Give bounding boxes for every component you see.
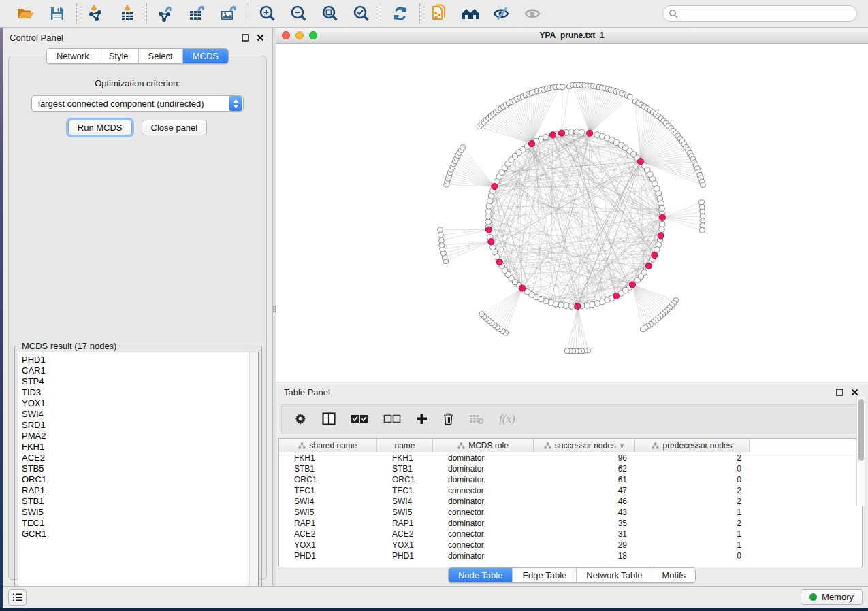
save-session-button[interactable] [47, 3, 67, 24]
mcds-result-item[interactable]: RAP1 [22, 485, 249, 496]
float-table-panel-icon[interactable] [834, 386, 845, 397]
import-table-button[interactable] [117, 3, 138, 24]
tab-edge-table[interactable]: Edge Table [512, 568, 576, 582]
graph-hub-node[interactable] [496, 259, 502, 265]
graph-hub-node[interactable] [613, 293, 619, 299]
run-mcds-button[interactable]: Run MCDS [68, 120, 132, 135]
mcds-result-item[interactable]: TEC1 [22, 518, 249, 529]
apply-layout-button[interactable] [390, 3, 411, 24]
graph-node[interactable] [659, 227, 665, 233]
mcds-result-item[interactable]: CAR1 [22, 365, 249, 376]
graph-node[interactable] [438, 227, 443, 233]
copy-network-button[interactable] [429, 3, 449, 24]
minimize-window-icon[interactable] [295, 31, 304, 39]
open-file-button[interactable] [16, 3, 36, 24]
table-row[interactable]: SWI5SWI5connector431 [279, 507, 862, 518]
graph-node[interactable] [640, 327, 645, 332]
graph-node[interactable] [564, 348, 570, 354]
tab-select[interactable]: Select [138, 49, 182, 63]
graph-node[interactable] [479, 312, 485, 317]
show-columns-button[interactable] [322, 412, 336, 425]
table-scrollbar[interactable] [856, 397, 865, 506]
tab-style[interactable]: Style [99, 49, 138, 63]
graph-node[interactable] [699, 227, 705, 233]
network-canvas[interactable] [276, 44, 868, 382]
tab-node-table[interactable]: Node Table [449, 568, 513, 582]
select-all-button[interactable] [351, 414, 368, 424]
table-row[interactable]: ACE2ACE2connector311 [279, 529, 862, 540]
mcds-result-item[interactable]: SWI5 [22, 507, 249, 518]
mcds-result-item[interactable]: FKH1 [22, 442, 249, 452]
close-panel-icon[interactable] [255, 32, 266, 43]
optimization-criterion-select[interactable]: largest connected component (undirected) [31, 95, 244, 112]
mcds-result-item[interactable]: SRD1 [22, 420, 249, 431]
mcds-result-item[interactable]: TID3 [22, 387, 249, 398]
tab-motifs[interactable]: Motifs [652, 568, 695, 582]
tab-network[interactable]: Network [47, 49, 99, 63]
graph-node[interactable] [439, 242, 445, 248]
mcds-result-item[interactable]: PMA2 [22, 431, 249, 442]
graph-hub-node[interactable] [558, 130, 564, 136]
close-table-panel-icon[interactable] [849, 386, 860, 397]
graph-hub-node[interactable] [659, 214, 665, 220]
tab-network-table[interactable]: Network Table [576, 568, 652, 582]
mcds-result-item[interactable]: ORC1 [22, 474, 249, 485]
graph-node[interactable] [560, 84, 565, 90]
column-header-successor-nodes[interactable]: successor nodes∨ [534, 439, 635, 452]
graph-node[interactable] [543, 134, 549, 140]
import-network-button[interactable] [86, 3, 106, 24]
table-row[interactable]: ORC1ORC1dominator610 [279, 474, 862, 485]
mcds-result-item[interactable]: PHD1 [22, 354, 249, 365]
table-row[interactable]: STB1STB1dominator620 [279, 463, 862, 474]
graph-hub-node[interactable] [519, 285, 525, 291]
column-header-predecessor-nodes[interactable]: predecessor nodes [635, 439, 750, 452]
close-panel-button[interactable]: Close panel [142, 120, 208, 135]
export-network-button[interactable] [156, 3, 176, 24]
zoom-out-button[interactable] [289, 3, 309, 24]
graph-node[interactable] [438, 232, 443, 237]
graph-node[interactable] [700, 182, 705, 188]
hide-panel-button[interactable] [492, 3, 512, 24]
search-field[interactable] [662, 5, 857, 22]
mcds-result-item[interactable]: STP4 [22, 376, 249, 387]
graph-node[interactable] [460, 145, 466, 150]
mcds-result-item[interactable]: STB5 [22, 463, 249, 474]
mcds-result-item[interactable]: SWI4 [22, 409, 249, 420]
graph-hub-node[interactable] [528, 141, 534, 147]
graph-hub-node[interactable] [492, 183, 498, 189]
scrollbar-thumb[interactable] [858, 399, 864, 461]
column-header-MCDS-role[interactable]: MCDS role [433, 439, 534, 452]
zoom-selected-button[interactable] [351, 3, 372, 24]
table-options-button[interactable] [294, 412, 307, 425]
task-history-button[interactable] [8, 589, 27, 606]
graph-hub-node[interactable] [488, 239, 494, 245]
table-row[interactable]: SWI4SWI4dominator462 [279, 496, 862, 507]
function-builder-button[interactable]: f(x) [499, 412, 515, 426]
memory-button[interactable]: Memory [801, 589, 863, 605]
zoom-in-button[interactable] [257, 3, 278, 24]
column-header-name[interactable]: name [377, 439, 433, 452]
graph-hub-node[interactable] [575, 303, 581, 309]
list-scrollbar[interactable] [249, 352, 258, 595]
graph-node[interactable] [627, 94, 632, 99]
graph-node[interactable] [634, 278, 641, 284]
network-window-titlebar[interactable]: YPA_prune.txt_1 [276, 28, 868, 44]
zoom-fit-button[interactable] [320, 3, 340, 24]
graph-hub-node[interactable] [629, 282, 635, 288]
unselect-all-button[interactable] [383, 414, 401, 424]
mcds-result-item[interactable]: GCR1 [22, 529, 249, 540]
mcds-result-item[interactable]: ACE2 [22, 452, 249, 463]
table-row[interactable]: FKH1FKH1dominator962 [279, 452, 862, 463]
mcds-result-item[interactable]: STB1 [22, 496, 249, 507]
table-row[interactable]: TEC1TEC1connector472 [279, 485, 862, 496]
graph-hub-node[interactable] [652, 252, 658, 258]
graph-hub-node[interactable] [587, 130, 593, 136]
show-panel-button[interactable] [523, 3, 543, 24]
graph-hub-node[interactable] [645, 263, 652, 269]
graph-node[interactable] [579, 129, 585, 135]
tab-mcds[interactable]: MCDS [182, 49, 228, 63]
graph-hub-node[interactable] [485, 227, 492, 233]
graph-node[interactable] [490, 244, 496, 250]
add-column-button[interactable] [416, 413, 428, 425]
float-panel-icon[interactable] [240, 32, 251, 43]
